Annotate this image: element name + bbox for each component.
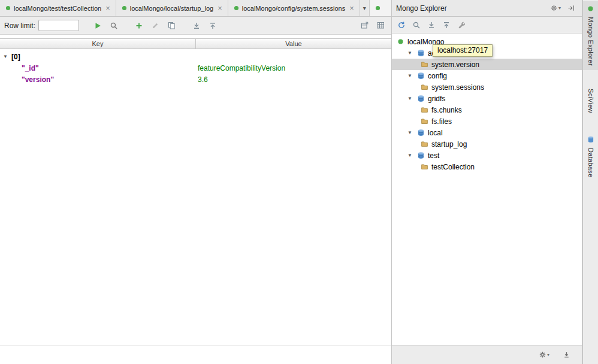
column-header-value[interactable]: Value (196, 39, 391, 48)
result-table-header: Key Value (0, 38, 391, 49)
tree-item[interactable]: ▼local (392, 127, 582, 138)
expand-icon[interactable]: ▼ (407, 50, 416, 56)
stripe-button-sciview[interactable]: SciView (583, 84, 598, 117)
key-cell: "_id" (22, 64, 39, 72)
collection-icon (419, 60, 429, 68)
expand-icon[interactable]: ▼ (407, 73, 416, 78)
value-cell: 3.6 (196, 75, 391, 84)
view-as-table-icon[interactable] (374, 19, 387, 32)
ide-window: localMongo/test/testCollection × localMo… (0, 0, 598, 364)
collapse-all-icon[interactable] (206, 19, 219, 32)
collection-icon (419, 83, 429, 91)
mongo-collection-icon (5, 5, 11, 11)
table-row[interactable]: "_id"featureCompatibilityVersion (0, 62, 391, 74)
tree-item[interactable]: system.version (392, 59, 582, 70)
tree-item-label: local (428, 129, 443, 137)
stripe-button-mongo-explorer[interactable]: Mongo Explorer (583, 1, 598, 70)
tab-testCollection[interactable]: localMongo/test/testCollection × (0, 0, 116, 16)
tree-item[interactable]: fs.files (392, 116, 582, 127)
editor-tab-bar: localMongo/test/testCollection × localMo… (0, 0, 391, 17)
stripe-button-database[interactable]: Database (583, 132, 598, 182)
expand-all-icon[interactable] (425, 19, 438, 32)
tree-item[interactable]: testCollection (392, 161, 582, 172)
panel-bottom-toolbar: ▾ (392, 345, 582, 364)
expand-all-icon[interactable] (190, 19, 203, 32)
mongo-collection-icon (234, 5, 239, 11)
server-icon (395, 38, 405, 45)
table-row[interactable]: ▼[0] (0, 51, 391, 62)
tree-item-label: fs.chunks (431, 106, 462, 114)
stripe-label: Database (587, 148, 594, 178)
export-download-icon[interactable] (560, 351, 573, 359)
run-icon[interactable] (91, 19, 104, 32)
mongo-server-icon (587, 5, 594, 14)
explorer-toolbar (392, 17, 582, 34)
column-header-key[interactable]: Key (0, 39, 196, 48)
table-row[interactable]: "version"3.6 (0, 74, 391, 85)
database-icon (416, 129, 425, 136)
panel-title: Mongo Explorer (396, 4, 447, 13)
copy-document-icon[interactable] (165, 19, 178, 32)
key-cell: "version" (22, 75, 54, 84)
open-in-editor-icon[interactable] (358, 19, 371, 32)
collection-icon (419, 163, 429, 171)
hidden-tabs-chevron-icon[interactable]: ▾ (360, 0, 370, 16)
editor-bottom-strip (0, 345, 391, 364)
row-limit-label: Row limit: (4, 22, 35, 30)
refresh-icon[interactable] (395, 19, 408, 32)
mongo-collection-icon (122, 5, 127, 11)
tree-item[interactable]: ▼gridfs (392, 93, 582, 104)
hide-panel-icon[interactable] (564, 4, 578, 12)
find-icon[interactable] (410, 19, 423, 32)
settings-wrench-icon[interactable] (455, 19, 468, 32)
panel-header: Mongo Explorer ▾ (392, 0, 582, 17)
database-icon (416, 49, 425, 57)
tree-item[interactable]: startup_log (392, 138, 582, 150)
tree-item-label: config (428, 72, 447, 80)
editor-pane: localMongo/test/testCollection × localMo… (0, 0, 392, 364)
connection-tooltip: localhost:27017 (433, 44, 493, 57)
tab-system-sessions[interactable]: localMongo/config/system.sessions × (228, 0, 360, 16)
tree-item-label: system.version (431, 60, 479, 69)
add-document-icon[interactable] (132, 19, 146, 32)
mongo-collection-icon (375, 5, 380, 11)
value-cell: featureCompatibilityVersion (196, 64, 391, 72)
tool-window-stripe: Mongo Explorer SciView Database (582, 0, 598, 364)
close-icon[interactable]: × (349, 4, 354, 12)
close-icon[interactable]: × (218, 4, 222, 12)
tree-item[interactable]: system.sessions (392, 81, 582, 93)
tree-item[interactable]: ▼test (392, 150, 582, 161)
tree-item-label: fs.files (431, 117, 452, 126)
database-icon (416, 95, 425, 102)
collection-icon (419, 117, 429, 125)
expand-icon[interactable]: ▼ (3, 54, 11, 59)
result-table-body: ▼[0]"_id"featureCompatibilityVersion"ver… (0, 49, 391, 345)
tree-item-label: system.sessions (431, 83, 484, 92)
explain-query-icon[interactable] (107, 19, 120, 32)
tree-item[interactable]: fs.chunks (392, 104, 582, 116)
explorer-tree: localMongo▼adminsystem.version▼configsys… (392, 34, 582, 345)
settings-gear-icon[interactable]: ▾ (536, 351, 552, 359)
database-icon (587, 136, 594, 145)
tab-startup-log[interactable]: localMongo/local/startup_log × (116, 0, 228, 16)
collapse-all-icon[interactable] (440, 19, 453, 32)
panel-gear-icon[interactable]: ▾ (547, 4, 564, 12)
tree-item-label: testCollection (431, 163, 475, 171)
stripe-label: SciView (587, 89, 594, 113)
stripe-label: Mongo Explorer (587, 17, 594, 66)
edit-document-icon[interactable] (149, 19, 162, 32)
database-icon (416, 151, 425, 159)
result-toolbar: Row limit: (0, 17, 391, 35)
expand-icon[interactable]: ▼ (407, 153, 416, 158)
tree-item-label: gridfs (428, 95, 445, 103)
chevron-down-icon: ▾ (547, 352, 549, 357)
database-icon (416, 72, 425, 80)
chevron-down-icon: ▾ (558, 5, 561, 11)
tab-partial[interactable] (370, 0, 391, 16)
expand-icon[interactable]: ▼ (407, 130, 416, 135)
row-limit-input[interactable] (38, 20, 79, 31)
key-cell: [0] (11, 53, 20, 61)
expand-icon[interactable]: ▼ (407, 96, 416, 101)
close-icon[interactable]: × (105, 4, 110, 12)
tree-item[interactable]: ▼config (392, 70, 582, 81)
